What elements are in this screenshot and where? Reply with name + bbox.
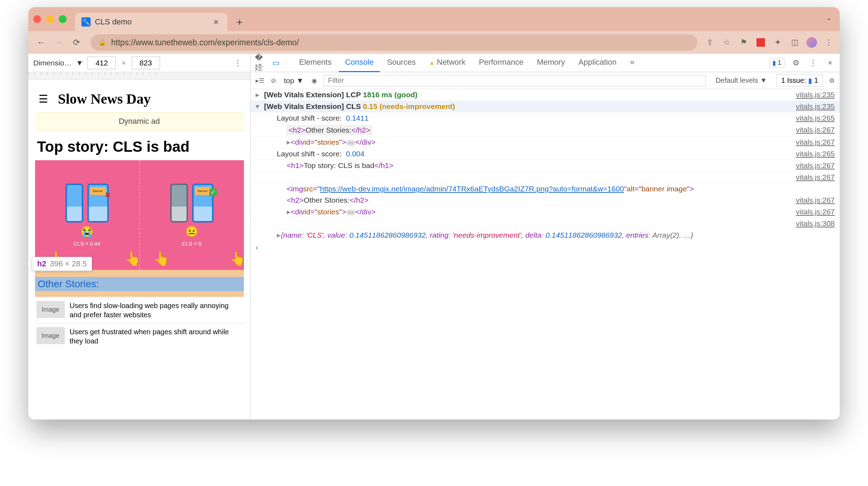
neutral-emoji: 😐 — [185, 225, 198, 238]
console-toolbar: ▸☰ ⊘ top ▼ ◉ Default levels ▼ 1 Issue: ▮… — [251, 72, 840, 89]
source-link[interactable]: vitals.js:267 — [789, 196, 835, 204]
console-filter-input[interactable] — [324, 75, 706, 86]
live-expression-icon[interactable]: ◉ — [312, 77, 317, 85]
tab-performance[interactable]: Performance — [473, 54, 530, 72]
tab-application[interactable]: Application — [572, 54, 623, 72]
console-output: ▸ [Web Vitals Extension] LCP 1816 ms (go… — [251, 89, 840, 420]
tooltip-tag: h2 — [37, 259, 46, 268]
tab-sources[interactable]: Sources — [381, 54, 422, 72]
tab-elements[interactable]: Elements — [293, 54, 338, 72]
source-link[interactable]: vitals.js:267 — [789, 208, 835, 216]
inspect-icon[interactable]: �嬄 — [255, 58, 265, 68]
highlight-overlay — [35, 270, 244, 277]
device-viewport: ☰ Slow News Day Dynamic ad Top story: CL… — [28, 80, 250, 420]
issues-badge[interactable]: ▮1 — [769, 58, 784, 68]
story-item[interactable]: Image Users find slow-loading web pages … — [35, 297, 244, 323]
console-settings-icon[interactable]: ⚙ — [829, 77, 835, 85]
disclosure-icon[interactable]: ▸ — [287, 138, 291, 146]
story-text: Users find slow-loading web pages really… — [70, 301, 242, 319]
share-icon[interactable]: ⇪ — [704, 37, 715, 48]
titlebar: 🔧 CLS demo × + ⌄ — [28, 7, 840, 31]
device-menu-icon[interactable]: ⋮ — [230, 58, 245, 68]
reload-button[interactable]: ⟳ — [69, 35, 84, 50]
tab-overflow-icon[interactable]: » — [624, 54, 641, 72]
address-bar[interactable]: 🔒 https://www.tunetheweb.com/experiments… — [91, 34, 697, 51]
inspector-tooltip: h2 396 × 28.5 — [32, 257, 92, 271]
back-button[interactable]: ← — [34, 35, 48, 50]
story-thumbnail: Image — [36, 301, 65, 318]
source-link[interactable]: vitals.js:265 — [789, 114, 835, 122]
tab-favicon: 🔧 — [81, 17, 91, 27]
width-input[interactable] — [87, 57, 116, 69]
tab-network[interactable]: Network — [423, 54, 472, 72]
story-thumbnail: Image — [36, 327, 65, 344]
profile-avatar[interactable] — [806, 37, 817, 48]
disclosure-icon[interactable]: ▾ — [256, 102, 263, 111]
dimensions-label: Dimensio… — [33, 59, 72, 67]
story-item[interactable]: Image Users get frustrated when pages sh… — [35, 323, 244, 349]
console-prompt[interactable]: › — [251, 241, 840, 254]
flag-icon[interactable]: ⚑ — [738, 37, 749, 48]
dynamic-ad: Dynamic ad — [35, 112, 244, 131]
tooltip-dimensions: 396 × 28.5 — [50, 259, 87, 268]
window-minimize[interactable] — [46, 15, 54, 23]
img-src-link[interactable]: https://web-dev.imgix.net/image/admin/74… — [320, 185, 624, 193]
settings-icon[interactable]: ⚙ — [791, 58, 801, 68]
tab-memory[interactable]: Memory — [531, 54, 571, 72]
bookmark-icon[interactable]: ☆ — [721, 37, 732, 48]
source-link[interactable]: vitals.js:308 — [789, 219, 835, 228]
disclosure-icon[interactable]: ▸ — [287, 208, 291, 216]
disclosure-icon[interactable]: ▸ — [256, 91, 263, 99]
source-link[interactable]: vitals.js:235 — [789, 91, 835, 99]
devtools-tabs: �嬄 ▭ Elements Console Sources Network Pe… — [251, 54, 840, 72]
issues-summary[interactable]: 1 Issue: ▮ 1 — [777, 75, 823, 87]
tab-close-icon[interactable]: × — [211, 17, 221, 28]
other-stories-heading: Other Stories: — [38, 278, 241, 290]
browser-toolbar: ← → ⟳ 🔒 https://www.tunetheweb.com/exper… — [28, 31, 840, 54]
browser-tab[interactable]: 🔧 CLS demo × — [75, 13, 227, 31]
banner-image: Banner✖ 👆 👆 😭 CLS = 0.44 Banner✓ — [35, 160, 244, 270]
extensions-icon[interactable]: ✦ — [772, 37, 783, 48]
sidepanel-icon[interactable]: ◫ — [789, 37, 800, 48]
log-levels-selector[interactable]: Default levels ▼ — [712, 75, 770, 86]
extension-icon[interactable] — [755, 37, 766, 48]
times-separator: × — [120, 59, 127, 67]
img-alt-text: banner image — [641, 185, 687, 193]
height-input[interactable] — [132, 57, 160, 69]
source-link[interactable]: vitals.js:267 — [789, 138, 835, 146]
element-preview[interactable]: <h2>Other Stories:</h2> — [287, 126, 372, 135]
object-preview[interactable]: {name: 'CLS', value: 0.14511862860986932… — [281, 231, 693, 239]
story-text: Users get frustrated when pages shift ar… — [70, 327, 242, 346]
crying-emoji: 😭 — [80, 225, 93, 238]
lock-icon: 🔒 — [98, 39, 106, 46]
source-link[interactable]: vitals.js:267 — [789, 173, 835, 181]
window-close[interactable] — [33, 15, 41, 23]
device-toolbar: Dimensio… ▼ × ⋮ — [28, 54, 250, 72]
devtools-close-icon[interactable]: × — [825, 58, 835, 68]
devtools-menu-icon[interactable]: ⋮ — [808, 58, 818, 68]
top-story-headline: Top story: CLS is bad — [35, 131, 244, 160]
source-link[interactable]: vitals.js:267 — [789, 126, 835, 134]
tab-console[interactable]: Console — [339, 54, 380, 72]
ruler — [28, 72, 250, 80]
console-drawer-icon[interactable]: ▸☰ — [256, 77, 264, 85]
context-selector[interactable]: top ▼ — [282, 75, 305, 86]
clear-console-icon[interactable]: ⊘ — [271, 77, 276, 85]
source-link[interactable]: vitals.js:235 — [789, 102, 835, 111]
new-tab-button[interactable]: + — [234, 13, 246, 31]
forward-button[interactable]: → — [52, 35, 66, 50]
disclosure-icon[interactable]: ▸ — [277, 231, 281, 239]
source-link[interactable]: vitals.js:267 — [789, 161, 835, 170]
device-mode-icon[interactable]: ▭ — [270, 58, 281, 68]
tab-title: CLS demo — [95, 17, 132, 27]
url-text: https://www.tunetheweb.com/experiments/c… — [111, 38, 299, 47]
window-maximize[interactable] — [59, 15, 67, 23]
menu-icon[interactable]: ⋮ — [823, 37, 834, 48]
source-link[interactable]: vitals.js:265 — [789, 150, 835, 158]
cls-good-label: CLS = 0 — [182, 241, 201, 247]
tab-dropdown-icon[interactable]: ⌄ — [826, 13, 832, 22]
inspected-element: Other Stories: — [35, 277, 244, 291]
hamburger-icon[interactable]: ☰ — [39, 93, 48, 105]
cls-bad-label: CLS = 0.44 — [74, 241, 100, 247]
dimensions-dropdown-icon[interactable]: ▼ — [76, 59, 84, 67]
